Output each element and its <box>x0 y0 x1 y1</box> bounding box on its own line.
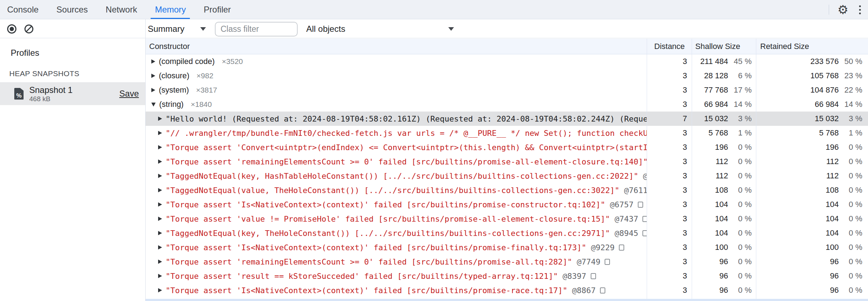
reveal-icon[interactable] <box>642 216 647 222</box>
retained-size-cell: 112 0 % <box>756 171 868 181</box>
reveal-icon[interactable] <box>591 273 596 279</box>
constructor-cell: (system) ×3817 <box>146 85 647 95</box>
expand-arrow-icon[interactable] <box>158 131 162 135</box>
settings-gear-icon[interactable]: ⚙ <box>838 4 848 16</box>
string-row[interactable]: "Torque assert 'remainingElementsCount >… <box>146 255 868 269</box>
objects-scope-select[interactable]: All objects <box>306 19 454 38</box>
clear-profiles-icon[interactable] <box>24 24 34 34</box>
distance-cell: 3 <box>647 157 692 166</box>
shallow-size-cell: 96 0 % <box>692 286 756 295</box>
retained-size-percent: 0 % <box>844 186 862 195</box>
class-filter-input[interactable] <box>215 22 298 36</box>
expand-arrow-icon[interactable] <box>158 117 162 121</box>
string-row[interactable]: "Hello world! (Requested at: 2024-08-19T… <box>146 112 868 126</box>
string-row[interactable]: "Torque assert 'Is<NativeContext>(contex… <box>146 197 868 212</box>
expand-arrow-icon[interactable] <box>158 202 162 207</box>
expand-arrow-icon[interactable] <box>151 59 155 64</box>
distance-cell: 3 <box>647 286 692 295</box>
expand-arrow-icon[interactable] <box>158 260 162 264</box>
expand-arrow-icon[interactable] <box>151 103 156 107</box>
tab-bar-actions: ⚙ <box>829 0 863 19</box>
column-header-retained-size[interactable]: Retained Size <box>756 42 868 51</box>
panel-tabs: Console Sources Network Memory Profiler <box>0 0 240 19</box>
reveal-icon[interactable] <box>642 230 647 236</box>
tab-memory[interactable]: Memory <box>146 0 195 19</box>
reveal-icon[interactable] <box>605 259 610 265</box>
expand-arrow-icon[interactable] <box>158 159 162 164</box>
string-row[interactable]: "Torque assert 'result == kStoreSucceded… <box>146 269 868 283</box>
expand-arrow-icon[interactable] <box>158 174 162 178</box>
shallow-size-value: 104 <box>715 200 728 209</box>
retained-size-value: 104 <box>826 200 839 209</box>
expand-arrow-icon[interactable] <box>158 217 162 221</box>
string-row[interactable]: "TaggedNotEqual(key, HashTableHoleConsta… <box>146 169 868 183</box>
retained-size-percent: 0 % <box>844 157 862 166</box>
expand-arrow-icon[interactable] <box>151 74 155 78</box>
string-value: "Torque assert 'remainingElementsCount >… <box>166 257 572 266</box>
constructor-cell: "Torque assert 'remainingElementsCount >… <box>146 257 647 266</box>
distance-cell: 3 <box>647 228 692 238</box>
expand-arrow-icon[interactable] <box>158 245 162 250</box>
shallow-size-cell: 108 0 % <box>692 186 756 195</box>
shallow-size-percent: 0 % <box>733 286 752 295</box>
constructor-cell: (string) ×1840 <box>146 100 647 109</box>
constructor-group-row[interactable]: (string) ×1840 3 66 984 14 % 66 984 14 % <box>146 97 868 112</box>
shallow-size-cell: 96 0 % <box>692 257 756 266</box>
reveal-icon[interactable] <box>638 202 643 208</box>
object-id: @7749 <box>577 257 600 266</box>
retained-size-value: 100 <box>826 243 839 252</box>
constructor-cell: "Torque assert 'Convert<uintptr>(endInde… <box>146 143 647 152</box>
string-row[interactable]: "Torque assert 'Is<NativeContext>(contex… <box>146 283 868 297</box>
string-value: "Torque assert 'Is<NativeContext>(contex… <box>166 286 567 295</box>
column-header-shallow-size[interactable]: Shallow Size <box>692 42 756 51</box>
more-menu-icon[interactable] <box>857 5 863 14</box>
string-row[interactable]: "// .wrangler/tmp/bundle-FmNIt0/checked-… <box>146 126 868 140</box>
expand-arrow-icon[interactable] <box>158 274 162 278</box>
expand-arrow-icon[interactable] <box>158 288 162 292</box>
expand-arrow-icon[interactable] <box>158 145 162 149</box>
expand-arrow-icon[interactable] <box>158 231 162 235</box>
tab-sources[interactable]: Sources <box>47 0 97 19</box>
string-row[interactable]: "TaggedNotEqual(value, TheHoleConstant()… <box>146 183 868 197</box>
tab-profiler[interactable]: Profiler <box>195 0 240 19</box>
tab-console[interactable]: Console <box>0 0 47 19</box>
distance-cell: 3 <box>647 243 692 252</box>
string-value: "TaggedNotEqual(value, TheHoleConstant()… <box>166 186 620 195</box>
column-header-distance[interactable]: Distance <box>647 42 692 51</box>
shallow-size-percent: 14 % <box>733 100 752 109</box>
column-header-constructor[interactable]: Constructor <box>146 42 647 51</box>
tab-network[interactable]: Network <box>97 0 146 19</box>
constructor-cell: "Torque assert 'value != PromiseHole' fa… <box>146 214 647 223</box>
string-row[interactable]: "TaggedNotEqual(key, TheHoleConstant()) … <box>146 226 868 240</box>
record-heap-snapshot-icon[interactable] <box>7 24 16 34</box>
distance-cell: 3 <box>647 85 692 95</box>
constructor-group-row[interactable]: (closure) ×982 3 28 128 6 % 105 768 23 % <box>146 69 868 83</box>
heap-snapshot-icon: % <box>14 88 24 100</box>
string-row[interactable]: "Torque assert 'value != PromiseHole' fa… <box>146 212 868 226</box>
string-row[interactable]: "Torque assert 'Convert<uintptr>(endInde… <box>146 140 868 154</box>
retained-size-percent: 14 % <box>844 100 862 109</box>
expand-arrow-icon[interactable] <box>151 88 155 92</box>
string-row[interactable]: "Torque assert 'remainingElementsCount >… <box>146 154 868 169</box>
instance-count: ×3520 <box>222 57 243 66</box>
perspective-select[interactable]: Summary <box>148 19 206 38</box>
object-id: @6757 <box>610 200 634 209</box>
constructor-cell: "Torque assert 'result == kStoreSucceded… <box>146 272 647 281</box>
retained-size-value: 5 768 <box>819 128 839 138</box>
shallow-size-cell: 112 0 % <box>692 171 756 181</box>
constructor-cell: "TaggedNotEqual(value, TheHoleConstant()… <box>146 186 647 195</box>
constructor-group-row[interactable]: (system) ×3817 3 77 768 17 % 104 876 22 … <box>146 83 868 97</box>
retained-size-cell: 96 0 % <box>756 286 868 295</box>
sidebar-item-snapshot-1[interactable]: % Snapshot 1 468 kB Save <box>0 82 145 105</box>
save-snapshot-link[interactable]: Save <box>119 89 139 99</box>
retained-size-value: 112 <box>826 157 839 166</box>
constructor-cell: "Torque assert 'remainingElementsCount >… <box>146 157 647 166</box>
expand-arrow-icon[interactable] <box>158 188 162 192</box>
grid-bottom-strip <box>146 299 868 301</box>
retained-size-percent: 0 % <box>844 257 862 266</box>
string-row[interactable]: "Torque assert 'Is<NativeContext>(contex… <box>146 240 868 255</box>
reveal-icon[interactable] <box>600 287 605 293</box>
reveal-icon[interactable] <box>619 245 624 251</box>
constructor-group-row[interactable]: (compiled code) ×3520 3 211 484 45 % 233… <box>146 54 868 69</box>
string-value: "// .wrangler/tmp/bundle-FmNIt0/checked-… <box>166 129 647 138</box>
